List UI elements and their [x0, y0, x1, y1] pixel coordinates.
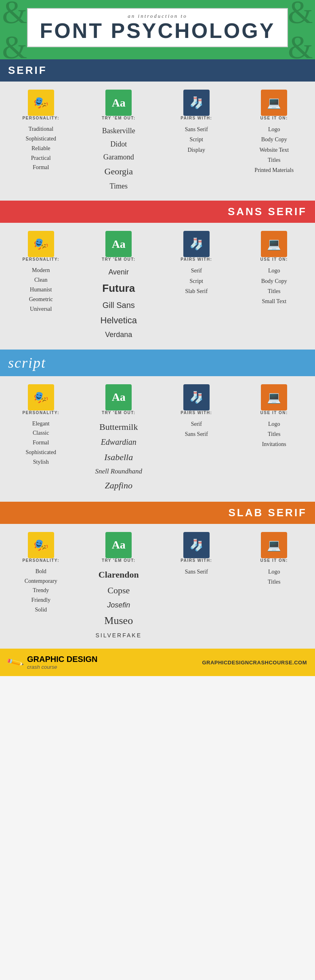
personality-item: Solid	[25, 605, 57, 615]
personality-item: Elegant	[26, 419, 56, 429]
col-personality-script: 🎭PERSONALITY:ElegantClassicFormalSophist…	[4, 384, 78, 494]
tryout-item: Josefin	[95, 599, 142, 611]
tryout-icon: Aa	[105, 90, 132, 116]
personality-item: Sophisticated	[26, 448, 56, 457]
pairs-header: PAIRS WITH:	[181, 410, 212, 415]
useit-item: Titles	[262, 429, 286, 439]
pairs-item: Sans Serif	[185, 124, 208, 134]
pairs-icon: 🧦	[183, 90, 210, 116]
tryout-item: Times	[102, 180, 135, 193]
pairs-item: Script	[185, 276, 208, 286]
sections-container: SERIF🎭PERSONALITY:TraditionalSophisticat…	[0, 59, 315, 649]
tryout-item: Verdana	[101, 328, 137, 341]
useit-item: Titles	[254, 155, 294, 165]
personality-item: Clean	[29, 275, 53, 285]
useit-header: USE IT ON:	[260, 116, 288, 120]
useit-item: Logo	[268, 567, 280, 577]
personality-item: Geometric	[29, 295, 53, 304]
section-label-slab-serif: SLAB SERIF	[0, 502, 315, 524]
useit-item: Website Text	[254, 145, 294, 155]
personality-item: Universal	[29, 304, 53, 314]
useit-item: Printed Materials	[254, 165, 294, 175]
personality-header: PERSONALITY:	[22, 410, 59, 415]
personality-item: Traditional	[26, 124, 56, 134]
tryout-header: TRY 'EM OUT:	[102, 116, 136, 120]
pairs-header: PAIRS WITH:	[181, 558, 212, 563]
personality-icon: 🎭	[28, 231, 54, 257]
tryout-item: Isabella	[95, 449, 142, 465]
pairs-icon: 🧦	[183, 532, 210, 558]
useit-item: Logo	[261, 266, 287, 276]
col-pairs-serif: 🧦PAIRS WITH:Sans SerifScriptDisplay	[160, 90, 233, 193]
col-personality-serif: 🎭PERSONALITY:TraditionalSophisticatedRel…	[4, 90, 78, 193]
footer-brand: GRAPHIC DESIGN crash course	[27, 654, 97, 670]
col-tryout-script: AaTRY 'EM OUT:ButtermilkEdwardianIsabell…	[82, 384, 156, 494]
footer-url: GRAPHICDESIGNCRASHCOURSE.COM	[202, 660, 307, 666]
tryout-item: Snell Roundhand	[95, 465, 142, 478]
useit-item: Titles	[261, 286, 287, 296]
section-content-slab-serif: 🎭PERSONALITY:BoldContemporaryTrendyFrien…	[0, 524, 315, 649]
useit-item: Small Text	[261, 296, 287, 306]
personality-item: Trendy	[25, 586, 57, 595]
header-title-box: an introduction to FONT PSYCHOLOGY	[27, 8, 288, 47]
useit-icon: 💻	[261, 384, 287, 410]
useit-icon: 💻	[261, 532, 287, 558]
personality-header: PERSONALITY:	[22, 257, 59, 262]
footer-brand-italic: crash course	[27, 664, 97, 670]
tryout-icon: Aa	[105, 532, 132, 558]
personality-item: Classic	[26, 428, 56, 438]
personality-icon: 🎭	[28, 384, 54, 410]
pairs-header: PAIRS WITH:	[181, 116, 212, 120]
col-useit-sans-serif: 💻USE IT ON:LogoBody CopyTitlesSmall Text	[237, 231, 311, 341]
section-label-sans-serif: SANS SERIF	[0, 201, 315, 223]
footer: ✏️ GRAPHIC DESIGN crash course GRAPHICDE…	[0, 649, 315, 676]
personality-header: PERSONALITY:	[22, 558, 59, 563]
useit-header: USE IT ON:	[260, 257, 288, 262]
pairs-item: Slab Serif	[185, 286, 208, 296]
personality-item: Humanist	[29, 285, 53, 295]
useit-icon: 💻	[261, 231, 287, 257]
pairs-item: Display	[185, 145, 208, 155]
col-personality-sans-serif: 🎭PERSONALITY:ModernCleanHumanistGeometri…	[4, 231, 78, 341]
header-title: FONT PSYCHOLOGY	[40, 19, 275, 42]
tryout-item: Didot	[102, 138, 135, 151]
section-label-serif: SERIF	[0, 59, 315, 82]
header: & & & & an introduction to FONT PSYCHOLO…	[0, 0, 315, 59]
section-content-script: 🎭PERSONALITY:ElegantClassicFormalSophist…	[0, 376, 315, 502]
personality-item: Formal	[26, 438, 56, 448]
useit-item: Logo	[254, 124, 294, 134]
tryout-item: Avenir	[101, 266, 137, 279]
tryout-item: Helvetica	[101, 312, 137, 329]
tryout-item: Georgia	[102, 163, 135, 180]
tryout-item: Copse	[95, 582, 142, 599]
tryout-item: Buttermilk	[95, 419, 142, 435]
personality-item: Stylish	[26, 457, 56, 467]
col-useit-script: 💻USE IT ON:LogoTitlesInvitations	[237, 384, 311, 494]
personality-icon: 🎭	[28, 90, 54, 116]
col-pairs-script: 🧦PAIRS WITH:SerifSans Serif	[160, 384, 233, 494]
deco-tl: &	[2, 0, 27, 28]
tryout-item: Museo	[95, 611, 142, 630]
pairs-icon: 🧦	[183, 231, 210, 257]
useit-item: Invitations	[262, 439, 286, 449]
deco-bl: &	[2, 31, 27, 59]
col-pairs-slab-serif: 🧦PAIRS WITH:Sans Serif	[160, 532, 233, 641]
pairs-item: Serif	[185, 266, 208, 276]
tryout-icon: Aa	[105, 384, 132, 410]
tryout-item: Clarendon	[95, 567, 142, 583]
tryout-icon: Aa	[105, 231, 132, 257]
useit-item: Body Copy	[254, 134, 294, 144]
tryout-header: TRY 'EM OUT:	[102, 558, 136, 563]
deco-tr: &	[288, 0, 313, 28]
footer-brand-bold: GRAPHIC DESIGN	[27, 654, 97, 664]
useit-header: USE IT ON:	[260, 558, 288, 563]
useit-item: Titles	[268, 577, 280, 587]
useit-item: Body Copy	[261, 276, 287, 286]
tryout-item: SILVERFAKE	[95, 630, 142, 641]
personality-item: Reliable	[26, 144, 56, 153]
tryout-item: Garamond	[102, 151, 135, 163]
tryout-item: Baskerville	[102, 124, 135, 137]
personality-item: Sophisticated	[26, 134, 56, 144]
pairs-item: Sans Serif	[185, 567, 208, 577]
pairs-icon: 🧦	[183, 384, 210, 410]
